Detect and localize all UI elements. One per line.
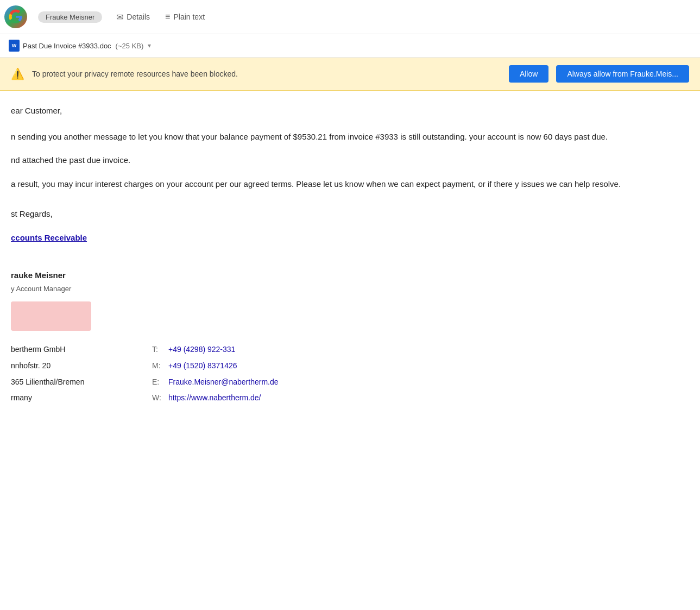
table-row: 365 Lilienthal/Bremen E: Frauke.Meisner@… — [11, 374, 279, 391]
always-allow-button[interactable]: Always allow from Frauke.Meis... — [556, 65, 689, 83]
lines-icon: ≡ — [165, 12, 170, 22]
street-address: nnhofstr. 20 — [11, 358, 152, 374]
top-bar: Frauke Meisner ✉ Details ≡ Plain text — [0, 0, 700, 34]
signature-block: st Regards, ccounts Receivable rauke Mei… — [11, 207, 689, 406]
city-address: 365 Lilienthal/Bremen — [11, 374, 152, 391]
tab-details[interactable]: ✉ Details — [109, 8, 157, 27]
table-row: bertherm GmbH T: +49 (4298) 922-331 — [11, 342, 279, 358]
doc-icon: W — [9, 40, 20, 52]
email-body-line3: a result, you may incur interest charges… — [11, 177, 689, 191]
app-logo — [4, 5, 27, 28]
attachment-size: (~25 KB) — [116, 42, 144, 50]
phone-value[interactable]: +49 (4298) 922-331 — [168, 342, 279, 358]
email-closing: st Regards, — [11, 207, 689, 221]
attachment-bar: W Past Due Invoice #3933.doc (~25 KB) ▾ — [0, 34, 700, 58]
email-value[interactable]: Frauke.Meisner@nabertherm.de — [168, 374, 279, 391]
tab-plain-text[interactable]: ≡ Plain text — [157, 8, 212, 26]
tab-buttons: ✉ Details ≡ Plain text — [109, 8, 212, 27]
company-name: bertherm GmbH — [11, 342, 152, 358]
table-row: nnhofstr. 20 M: +49 (1520) 8371426 — [11, 358, 279, 374]
company-logo-placeholder — [11, 301, 91, 331]
website-value[interactable]: https://www.nabertherm.de/ — [168, 390, 279, 406]
privacy-bar: ⚠️ To protect your privacy remote resour… — [0, 58, 700, 91]
country-address: rmany — [11, 390, 152, 406]
email-body-line2: nd attached the past due invoice. — [11, 153, 689, 167]
accounts-receivable-link[interactable]: ccounts Receivable — [11, 233, 87, 242]
warning-icon: ⚠️ — [11, 67, 24, 80]
signature-name: rauke Meisner — [11, 268, 689, 282]
chevron-down-icon: ▾ — [148, 42, 151, 49]
web-label: W: — [152, 390, 168, 406]
email-label: E: — [152, 374, 168, 391]
table-row: rmany W: https://www.nabertherm.de/ — [11, 390, 279, 406]
mail-icon: ✉ — [116, 12, 123, 22]
email-greeting: ear Customer, — [11, 104, 689, 118]
mobile-label: M: — [152, 358, 168, 374]
phone-label: T: — [152, 342, 168, 358]
attachment-filename: Past Due Invoice #3933.doc — [23, 42, 111, 50]
logo-area — [0, 5, 27, 28]
privacy-message: To protect your privacy remote resources… — [32, 70, 501, 78]
tab-plain-text-label: Plain text — [173, 12, 205, 21]
allow-button[interactable]: Allow — [509, 65, 548, 83]
mobile-value[interactable]: +49 (1520) 8371426 — [168, 358, 279, 374]
contact-table: bertherm GmbH T: +49 (4298) 922-331 nnho… — [11, 342, 279, 406]
tab-details-label: Details — [127, 12, 150, 21]
signature-title: y Account Manager — [11, 283, 689, 295]
email-body-line1: n sending you another message to let you… — [11, 130, 689, 144]
attachment-item[interactable]: W Past Due Invoice #3933.doc (~25 KB) ▾ — [9, 40, 151, 52]
sender-info: Frauke Meisner — [38, 11, 109, 23]
sender-name-badge: Frauke Meisner — [38, 11, 102, 23]
email-body: ear Customer, n sending you another mess… — [0, 91, 700, 419]
